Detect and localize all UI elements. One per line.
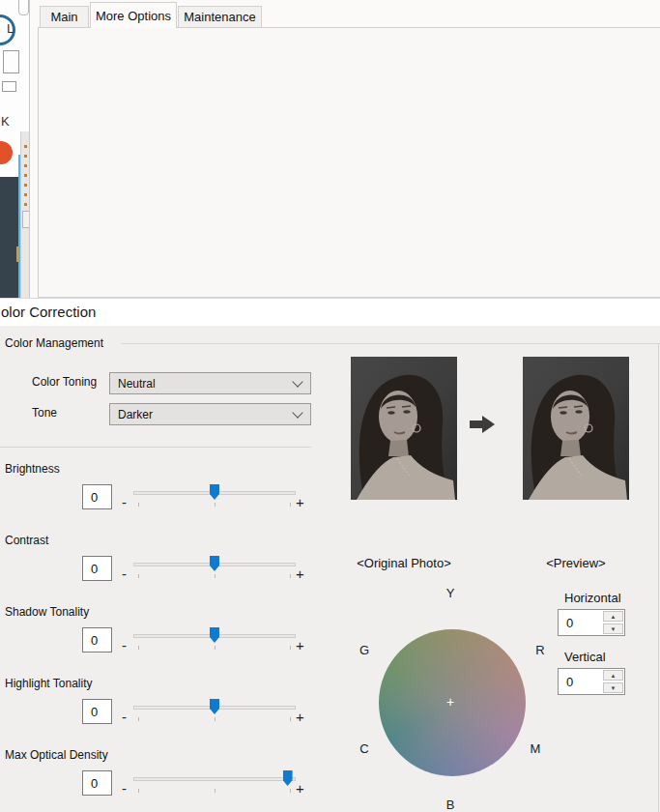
control-fragment (22, 211, 29, 228)
slider-tick (138, 717, 139, 721)
tone-select[interactable]: Darker (109, 403, 311, 425)
plus-label: + (296, 709, 304, 725)
brightness-slider[interactable] (133, 484, 296, 509)
color-correction-dialog: olor Correction Color Management Color T… (0, 298, 660, 812)
shadow-tonality-slider[interactable] (133, 627, 296, 652)
slider-tick (138, 574, 139, 578)
horizontal-spinner[interactable]: ▲ ▼ (558, 609, 625, 636)
slider-thumb[interactable] (210, 627, 219, 643)
tab-label: Maintenance (184, 10, 255, 24)
plus-label: + (296, 637, 304, 653)
preview-caption: <Preview> (508, 556, 644, 570)
slider-tick (290, 717, 291, 721)
plus-label: + (296, 780, 304, 797)
wheel-center-marker: + (446, 694, 454, 710)
brightness-label: Brightness (5, 462, 60, 476)
color-management-group-title: Color Management (5, 336, 103, 350)
slider-tick (215, 503, 215, 507)
plus-label: + (296, 494, 304, 510)
shadow-tonality-input[interactable] (82, 627, 112, 652)
color-toning-select[interactable]: Neutral (109, 372, 311, 394)
combo-value: Darker (118, 408, 153, 421)
dialog-titlebar: olor Correction (0, 299, 660, 326)
minus-label: - (122, 637, 127, 653)
color-wheel[interactable]: + (379, 629, 526, 776)
tab-label: More Options (96, 9, 171, 23)
slider-tick (215, 574, 215, 578)
slider-thumb[interactable] (210, 484, 219, 500)
slider-tick (290, 789, 291, 793)
vertical-input[interactable] (559, 669, 602, 694)
wheel-label-magenta: M (528, 741, 543, 756)
max-optical-density-label: Max Optical Density (5, 748, 108, 762)
slider-tick (290, 503, 291, 507)
tab-more-options[interactable]: More Options (90, 2, 177, 28)
spin-down-button[interactable]: ▼ (603, 682, 623, 693)
slider-thumb[interactable] (283, 770, 293, 786)
minus-label: - (122, 494, 127, 510)
original-photo-caption: <Original Photo> (336, 556, 472, 570)
control-fragment (3, 50, 19, 73)
wheel-label-yellow: Y (441, 586, 460, 600)
separator (0, 447, 311, 448)
highlight-tonality-label: Highlight Tonality (5, 677, 93, 690)
spin-up-button[interactable]: ▲ (603, 670, 623, 681)
slider-tick (290, 646, 291, 650)
color-toning-label: Color Toning (32, 375, 97, 389)
chevron-down-icon (292, 407, 302, 418)
minus-label: - (122, 709, 127, 725)
tab-main[interactable]: Main (40, 6, 89, 28)
brightness-input[interactable] (82, 484, 112, 509)
scrollbar-fragment (18, 0, 29, 15)
slider-tick (138, 789, 139, 793)
slider-tick (215, 789, 215, 793)
shadow-tonality-label: Shadow Tonality (5, 605, 89, 619)
amber-fragment (16, 246, 19, 262)
spin-up-button[interactable]: ▲ (603, 611, 623, 622)
slider-tick (215, 717, 215, 721)
tab-maintenance[interactable]: Maintenance (178, 6, 262, 28)
max-optical-density-input[interactable] (82, 770, 112, 796)
groupbox-top-line (121, 343, 660, 344)
dialog-title: olor Correction (1, 304, 96, 320)
printer-properties-dialog: Main More Options Maintenance Printing P… (29, 0, 660, 298)
max-optical-density-slider[interactable] (133, 770, 296, 796)
contrast-input[interactable] (82, 556, 112, 581)
background-app-strip: L K (0, 0, 29, 298)
highlight-tonality-slider[interactable] (133, 699, 296, 724)
horizontal-input[interactable] (559, 610, 602, 635)
slider-tick (290, 574, 291, 578)
partial-letter: K (1, 114, 10, 129)
chevron-down-icon (292, 376, 302, 387)
spin-down-button[interactable]: ▼ (603, 624, 623, 634)
slider-tick (215, 646, 215, 650)
vertical-label: Vertical (564, 650, 606, 664)
tab-page-more-options (38, 27, 660, 298)
vertical-spinner[interactable]: ▲ ▼ (558, 668, 625, 695)
slider-track[interactable] (133, 777, 296, 781)
wheel-label-red: R (532, 643, 548, 657)
accent-line (18, 155, 20, 298)
horizontal-label: Horizontal (564, 591, 621, 605)
original-photo-image (351, 357, 457, 500)
groupbox-right-line (658, 343, 659, 812)
wheel-label-green: G (357, 643, 372, 657)
slider-tick (138, 503, 139, 507)
contrast-label: Contrast (5, 534, 48, 547)
preview-photo-image (523, 357, 629, 500)
partial-letter: L (7, 21, 14, 36)
highlight-tonality-input[interactable] (82, 699, 112, 724)
contrast-slider[interactable] (133, 556, 296, 581)
wheel-label-cyan: C (357, 741, 372, 756)
plus-label: + (296, 566, 304, 582)
arrow-right-icon (470, 416, 495, 433)
tab-label: Main (50, 10, 77, 24)
slider-thumb[interactable] (210, 556, 219, 571)
combo-value: Neutral (118, 377, 156, 391)
dot-column-fragment (24, 145, 27, 207)
slider-tick (138, 646, 139, 650)
wheel-label-blue: B (441, 798, 460, 812)
minus-label: - (122, 780, 127, 797)
orange-dot-icon (0, 141, 13, 164)
slider-thumb[interactable] (210, 699, 219, 714)
